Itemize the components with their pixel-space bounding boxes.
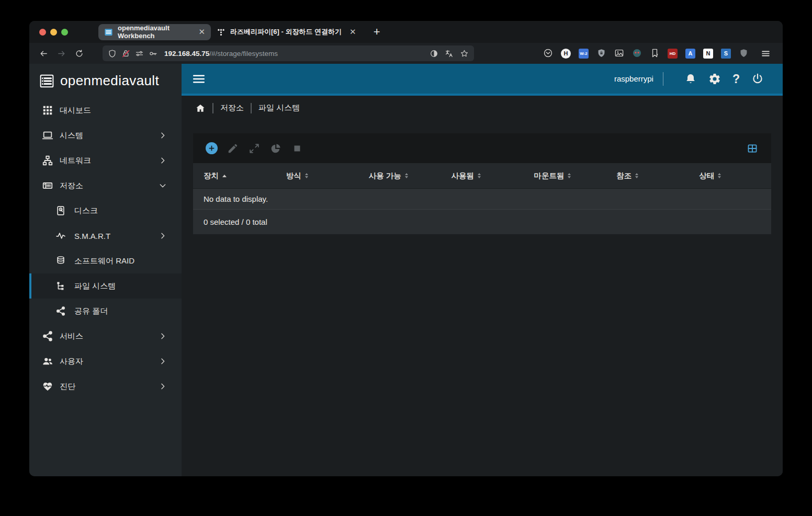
power-icon[interactable]	[751, 73, 764, 85]
table-footer-status: 0 selected / 0 total	[193, 209, 771, 234]
back-icon[interactable]	[37, 47, 50, 60]
column-header[interactable]: 참조	[606, 171, 689, 181]
new-tab-button[interactable]: +	[374, 25, 380, 39]
extension-row: H W-2	[543, 47, 775, 60]
url-bar[interactable]: 192.168.45.75/#/storage/filesystems	[103, 45, 474, 61]
close-window-button[interactable]	[39, 29, 46, 36]
shield-gray-icon	[739, 48, 749, 59]
heart-icon	[42, 381, 53, 392]
sidebar-item-filesystems[interactable]: 파일 시스템	[29, 273, 182, 299]
breadcrumb-storage[interactable]: 저장소	[220, 103, 244, 113]
sort-icon	[305, 173, 308, 178]
openmediavault-logo-icon	[38, 73, 55, 89]
insecure-lock-icon[interactable]	[121, 49, 130, 58]
column-header[interactable]: 마운트됨	[523, 171, 606, 181]
forward-icon[interactable]	[54, 47, 68, 60]
sidebar-item-shared-folder[interactable]: 공유 폴더	[29, 299, 182, 324]
extension-gray-shield[interactable]	[739, 49, 749, 59]
extension-translate-ext[interactable]: A	[685, 49, 695, 59]
browser-tab-bar: openmediavault Workbench ✕ 라즈베리파이[6] - 외…	[29, 21, 783, 43]
sidebar-item-system[interactable]: 시스템	[29, 123, 182, 148]
sidebar-item-label: 시스템	[60, 131, 159, 141]
extension-privacy-shield[interactable]	[596, 49, 606, 59]
extension-notion[interactable]: N	[703, 49, 713, 59]
chevron-right-icon	[159, 156, 167, 165]
macos-traffic-lights	[29, 29, 76, 36]
hamburger-menu-icon[interactable]	[192, 72, 206, 86]
zoom-window-button[interactable]	[61, 29, 68, 36]
people-icon	[42, 356, 53, 367]
brand-logo: openmediavault	[29, 64, 182, 98]
sidebar-item-label: 공유 폴더	[74, 306, 182, 316]
sidebar-item-network[interactable]: 네트워크	[29, 148, 182, 173]
tracking-shield-icon[interactable]	[108, 49, 117, 58]
app-header: raspberrypi ?	[182, 64, 783, 96]
sidebar-item-label: 파일 시스템	[74, 281, 182, 291]
home-icon[interactable]	[195, 103, 206, 113]
sidebar-item-label: 대시보드	[60, 106, 182, 116]
stop-icon	[291, 143, 303, 154]
sidebar-item-label: 진단	[60, 382, 159, 392]
column-settings-grid-icon[interactable]	[746, 142, 759, 155]
column-header[interactable]: 사용됨	[441, 171, 524, 181]
browser-toolbar: 192.168.45.75/#/storage/filesystems H	[29, 43, 783, 64]
password-key-icon[interactable]	[149, 49, 157, 58]
filesystems-panel: 장치 방식 사용 가능	[193, 133, 771, 234]
extension-bookmark-saver[interactable]	[650, 49, 660, 59]
bookmark-star-icon[interactable]	[460, 49, 469, 58]
sort-icon	[568, 173, 571, 178]
network-icon	[42, 155, 53, 166]
sidebar-item-dashboard[interactable]: 대시보드	[29, 98, 182, 123]
empty-table-message: No data to display.	[193, 188, 771, 209]
share-icon	[42, 330, 53, 342]
sidebar-item-software-raid[interactable]: 소프트웨어 RAID	[29, 248, 182, 273]
column-header[interactable]: 방식	[276, 171, 358, 181]
extension-screenshot[interactable]	[614, 49, 624, 59]
toolbar-button-edit[interactable]	[227, 142, 239, 155]
chevron-down-icon	[159, 181, 167, 190]
extension-h-app[interactable]: H	[561, 49, 571, 59]
browser-menu-icon[interactable]	[759, 47, 772, 60]
column-header[interactable]: 장치	[193, 171, 276, 181]
table-toolbar	[193, 133, 771, 163]
tab-omv[interactable]: openmediavault Workbench ✕	[98, 24, 211, 40]
translate-page-icon[interactable]	[445, 49, 454, 58]
breadcrumb-filesystems[interactable]: 파일 시스템	[258, 103, 300, 113]
extension-pocket[interactable]	[543, 49, 553, 59]
extension-w2-badge[interactable]: W-2	[579, 49, 589, 59]
column-header[interactable]: 상태	[689, 171, 771, 181]
sidebar-item-services[interactable]: 서비스	[29, 324, 182, 349]
expand-icon	[249, 143, 260, 154]
tab-blog[interactable]: 라즈베리파이[6] - 외장하드 연결하기 ✕	[211, 24, 362, 40]
sort-icon	[405, 173, 408, 178]
extension-monster[interactable]	[632, 49, 642, 59]
reload-icon[interactable]	[72, 47, 86, 60]
sidebar-item-disks[interactable]: 디스크	[29, 198, 182, 223]
column-header[interactable]: 사용 가능	[358, 171, 441, 181]
omv-favicon-icon	[104, 28, 113, 37]
hostname-label[interactable]: raspberrypi	[614, 74, 653, 83]
reader-mode-icon[interactable]	[430, 49, 438, 58]
toolbar-button-quota[interactable]	[269, 142, 282, 155]
help-icon[interactable]: ?	[732, 73, 740, 85]
chevron-right-icon	[159, 357, 167, 365]
permissions-icon[interactable]	[135, 49, 144, 58]
toolbar-button-unmount[interactable]	[291, 142, 303, 155]
share-icon	[55, 306, 66, 316]
settings-gear-icon[interactable]	[708, 73, 721, 85]
notifications-bell-icon[interactable]	[684, 73, 697, 85]
sidebar-item-users[interactable]: 사용자	[29, 349, 182, 374]
extension-hd[interactable]: HD	[668, 49, 678, 59]
minimize-window-button[interactable]	[50, 29, 57, 36]
pie-icon	[270, 143, 281, 154]
extension-scrapbox[interactable]: S	[721, 49, 731, 59]
tab-close-icon[interactable]: ✕	[346, 27, 356, 37]
toolbar-button-resize[interactable]	[248, 142, 261, 155]
pulse-icon	[55, 231, 66, 241]
sidebar-item-smart[interactable]: S.M.A.R.T	[29, 223, 182, 248]
sidebar-item-storage[interactable]: 저장소	[29, 173, 182, 198]
tab-close-icon[interactable]: ✕	[195, 27, 205, 37]
url-text[interactable]: 192.168.45.75/#/storage/filesystems	[164, 50, 278, 58]
toolbar-button-create[interactable]	[206, 142, 218, 154]
sidebar-item-diagnostics[interactable]: 진단	[29, 374, 182, 399]
